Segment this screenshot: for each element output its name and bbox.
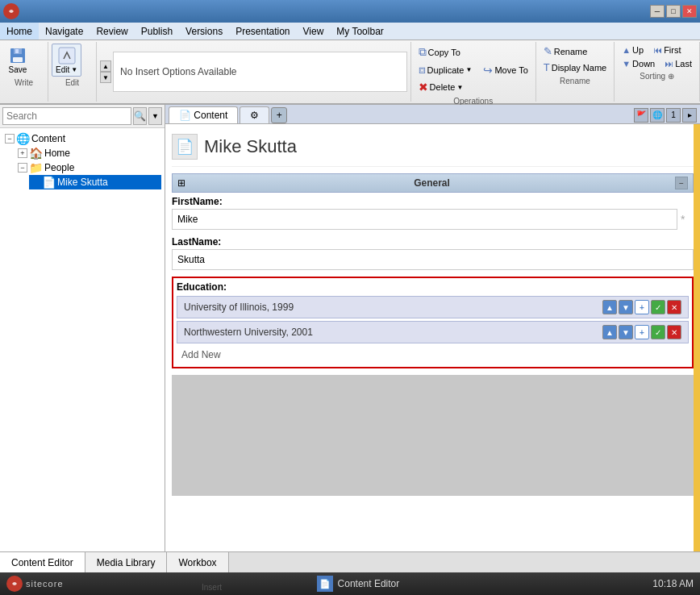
menu-my-toolbar[interactable]: My Toolbar [330,23,390,40]
up-button[interactable]: ▲ Up [618,44,648,56]
menu-view[interactable]: View [297,23,331,40]
add-tab-button[interactable]: + [271,107,287,123]
edu-0-check-button[interactable]: ✓ [651,300,665,314]
move-to-button[interactable]: ↪ Move To [479,61,531,78]
title-bar: ─ □ ✕ [0,0,700,23]
tree-item-content[interactable]: − 🌐 Content [3,131,161,146]
rename-button[interactable]: ✎ Rename [540,44,592,59]
delete-icon: ✖ [419,81,428,94]
insert-scroll-down[interactable]: ▼ [100,72,111,83]
edit-icon [57,46,77,65]
content-label: Content [31,133,65,144]
tree-item-mike-skutta[interactable]: 📄 Mike Skutta [29,175,161,189]
ribbon-group-rename: ✎ Rename T Display Name Rename [536,42,615,102]
people-label: People [44,162,74,173]
edu-0-delete-button[interactable]: ✕ [667,300,681,314]
ribbon-group-sorting: ▲ Up ⏮ First ▼ Down ⏭ Last Sorting ⊕ [615,42,700,102]
svg-rect-3 [13,57,23,62]
insert-group-label: Insert [202,583,222,592]
general-collapse-button[interactable]: − [675,177,688,189]
counter-button[interactable]: 1 [666,108,681,123]
status-bar: Content Editor Media Library Workbox [0,551,700,572]
edu-1-delete-button[interactable]: ✕ [667,325,681,339]
menu-publish[interactable]: Publish [135,23,179,40]
edu-0-up-button[interactable]: ▲ [602,300,617,314]
write-group-label: Write [3,78,44,87]
arrow-button[interactable]: ▸ [682,108,697,123]
menu-review[interactable]: Review [90,23,134,40]
ribbon: Save Write Edit ▼ Edit ▲ ▼ No Insert [0,40,700,105]
menu-versions[interactable]: Versions [179,23,229,40]
ribbon-write-buttons: Save [3,44,32,77]
menu-bar: Home Navigate Review Publish Versions Pr… [0,23,700,40]
search-options-button[interactable]: ▼ [148,107,162,125]
tree-item-people[interactable]: − 📁 People [16,160,161,175]
home-expand-icon[interactable]: + [18,148,27,158]
copy-to-button[interactable]: ⧉ Copy To [415,44,465,60]
sorting-group-label: Sorting ⊕ [618,72,696,81]
sidebar: 🔍 ▼ − 🌐 Content + 🏠 Home − 📁 [0,105,165,551]
status-tab-workbox[interactable]: Workbox [167,552,228,572]
firstname-input[interactable] [172,209,677,230]
flag-button[interactable]: 🚩 [634,108,648,123]
display-name-button[interactable]: T Display Name [540,60,610,75]
mike-page-icon: 📄 [42,176,56,189]
delete-button[interactable]: ✖ Delete ▼ [415,79,468,95]
insert-scroll-up[interactable]: ▲ [100,60,111,72]
edu-1-down-button[interactable]: ▼ [619,325,633,339]
rename-buttons: ✎ Rename T Display Name [540,44,610,75]
minimize-button[interactable]: ─ [650,5,665,18]
first-button[interactable]: ⏮ First [649,44,685,56]
edu-row-0-actions: ▲ ▼ + ✓ ✕ [602,300,681,314]
tab-content[interactable]: 📄 Content [169,106,238,123]
svg-rect-5 [59,48,75,64]
menu-home[interactable]: Home [0,23,39,40]
edu-row-1-actions: ▲ ▼ + ✓ ✕ [602,325,681,339]
title-bar-left [3,3,19,19]
search-input[interactable] [2,107,131,125]
rename-group-label: Rename [540,77,610,85]
edu-1-check-button[interactable]: ✓ [651,325,665,339]
ribbon-group-insert: ▲ ▼ No Insert Options Available Insert [97,42,411,102]
maximize-button[interactable]: □ [666,5,681,18]
search-button[interactable]: 🔍 [133,107,147,125]
add-new-button[interactable]: Add New [177,346,689,364]
lastname-label: LastName: [172,236,694,248]
close-button[interactable]: ✕ [682,5,697,18]
content-folder-icon: 🌐 [16,132,30,145]
last-button[interactable]: ⏭ Last [660,57,696,70]
edit-button[interactable]: Edit ▼ [52,44,81,77]
lastname-input[interactable] [172,249,694,270]
down-button[interactable]: ▼ Down [618,57,659,70]
tab-settings[interactable]: ⚙ [240,106,269,123]
gray-area [172,375,694,496]
ribbon-group-operations: ⧉ Copy To ⧈ Duplicate ▼ ↪ Move To ✖ Dele… [411,42,536,102]
app-logo-icon [3,3,19,19]
edu-0-expand-button[interactable]: + [635,300,649,314]
home-folder-icon: 🏠 [29,147,43,160]
status-tab-content-editor[interactable]: Content Editor [0,552,85,572]
duplicate-button[interactable]: ⧈ Duplicate ▼ [415,61,477,78]
content-tab-label: Content [194,110,227,121]
people-expand-icon[interactable]: − [18,163,27,173]
globe-button[interactable]: 🌐 [650,108,665,123]
ribbon-edit-buttons: Edit ▼ [52,44,81,77]
save-button[interactable]: Save [3,44,32,77]
menu-navigate[interactable]: Navigate [39,23,90,40]
edu-1-expand-button[interactable]: + [635,325,649,339]
menu-presentation[interactable]: Presentation [229,23,296,40]
window-controls[interactable]: ─ □ ✕ [650,5,697,18]
tree-item-home[interactable]: + 🏠 Home [16,146,161,160]
settings-tab-icon: ⚙ [250,110,259,121]
edu-row-1-text: Northwestern University, 2001 [184,327,313,338]
general-section-title: General [414,177,450,189]
display-name-icon: T [544,61,550,73]
content-tabs: 📄 Content ⚙ + 🚩 🌐 1 ▸ [165,105,700,124]
bottom-time: 10:18 AM [652,578,694,589]
content-expand-icon[interactable]: − [5,134,15,144]
edu-0-down-button[interactable]: ▼ [619,300,633,314]
firstname-required-star: * [681,213,685,226]
edu-1-up-button[interactable]: ▲ [602,325,617,339]
status-tab-media-library[interactable]: Media Library [85,552,168,572]
tree-area: − 🌐 Content + 🏠 Home − 📁 People [0,128,165,551]
